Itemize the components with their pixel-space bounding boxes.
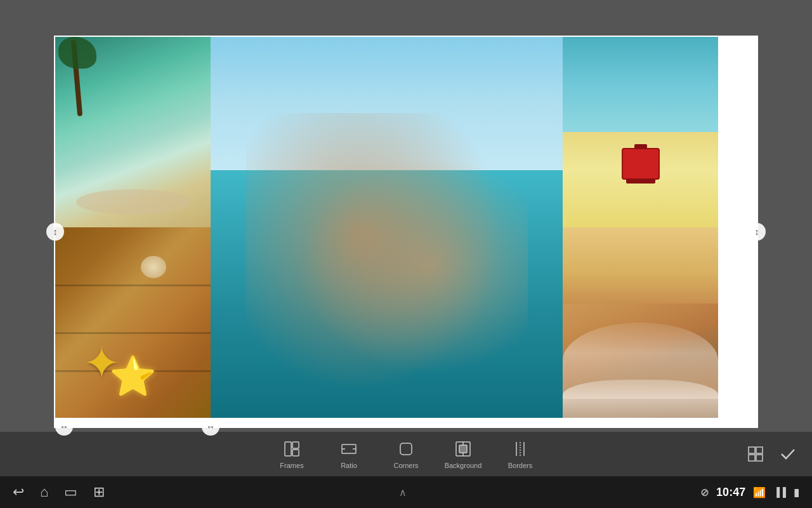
svg-rect-2 — [292, 450, 299, 456]
photo-cell-2[interactable] — [211, 37, 563, 418]
status-center: ∧ — [399, 486, 407, 498]
bottom-toolbar: Frames Ratio Corners Ba — [0, 432, 812, 476]
grid-icon[interactable]: ⊞ — [93, 484, 105, 500]
resize-handle-bottom-left[interactable]: ↔ — [202, 418, 219, 436]
photo-cell-3[interactable] — [563, 37, 718, 227]
corners-label: Corners — [393, 462, 418, 469]
background-icon — [453, 439, 473, 459]
status-left-icons: ↩ ⌂ ▭ ⊞ — [13, 484, 105, 500]
battery-icon: ▮ — [794, 486, 799, 498]
frames-label: Frames — [280, 462, 303, 469]
resize-handle-left[interactable]: ↕ — [46, 223, 64, 241]
location-off-icon: ⊘ — [700, 486, 709, 498]
svg-rect-15 — [756, 447, 763, 453]
photo-cell-1[interactable] — [55, 37, 211, 227]
signal-icon: ▐▐ — [773, 487, 786, 497]
up-chevron-icon: ∧ — [399, 487, 407, 498]
status-right: ⊘ 10:47 📶 ▐▐ ▮ — [700, 486, 799, 499]
svg-rect-0 — [285, 442, 291, 456]
svg-rect-16 — [749, 455, 755, 461]
tool-borders[interactable]: Borders — [492, 432, 549, 476]
recent-icon[interactable]: ▭ — [64, 484, 77, 500]
back-icon[interactable]: ↩ — [13, 484, 24, 500]
wifi-icon: 📶 — [753, 486, 766, 498]
home-icon[interactable]: ⌂ — [40, 484, 48, 500]
grid-action-button[interactable] — [744, 443, 767, 465]
svg-rect-1 — [292, 442, 299, 448]
photo-cell-5[interactable] — [563, 227, 718, 418]
svg-rect-17 — [756, 455, 763, 461]
svg-rect-14 — [749, 447, 755, 453]
tool-ratio[interactable]: Ratio — [320, 432, 377, 476]
ratio-label: Ratio — [341, 462, 357, 469]
borders-icon — [510, 439, 530, 459]
background-label: Background — [445, 462, 482, 469]
corners-icon — [396, 439, 416, 459]
borders-label: Borders — [508, 462, 533, 469]
frames-icon — [282, 439, 302, 459]
photo-cell-4[interactable]: ✦ — [55, 227, 211, 418]
collage-container: ↕ ↕ ↔ ↔ — [54, 36, 758, 428]
time-display: 10:47 — [716, 486, 745, 499]
resize-handle-right[interactable]: ↕ — [748, 223, 766, 241]
svg-rect-8 — [459, 445, 467, 453]
resize-handle-bottom-right[interactable]: ↔ — [55, 418, 73, 436]
ratio-icon — [339, 439, 359, 459]
tool-corners[interactable]: Corners — [377, 432, 435, 476]
status-bar: ↩ ⌂ ▭ ⊞ ∧ ⊘ 10:47 📶 ▐▐ ▮ — [0, 476, 812, 508]
tool-background[interactable]: Background — [435, 432, 492, 476]
tool-frames[interactable]: Frames — [263, 432, 320, 476]
checkmark-button[interactable] — [776, 443, 799, 465]
svg-rect-6 — [400, 443, 412, 455]
main-area: ↕ ↕ ↔ ↔ — [0, 0, 812, 464]
